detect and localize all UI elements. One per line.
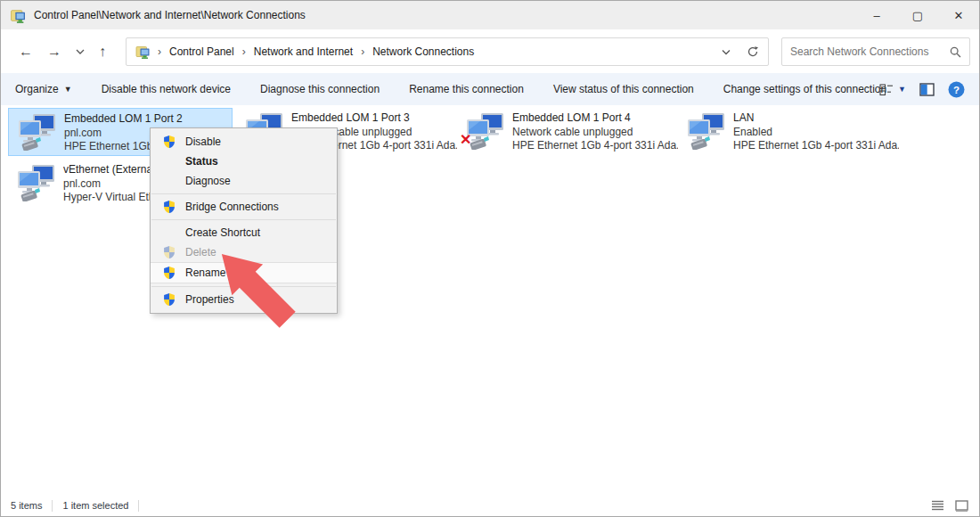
address-bar[interactable]: › Control Panel › Network and Internet ›…	[126, 37, 769, 66]
minimize-button[interactable]: –	[856, 1, 897, 29]
menu-item-label: Diagnose	[185, 175, 231, 187]
menu-item-create-shortcut[interactable]: Create Shortcut	[151, 223, 337, 242]
connection-item-lan[interactable]: LAN Enabled HPE Ethernet 1Gb 4-port 331i…	[678, 108, 902, 156]
menu-item-label: Status	[185, 155, 218, 168]
large-icons-view-icon[interactable]	[955, 500, 968, 512]
menu-separator	[151, 219, 336, 220]
menu-item-diagnose[interactable]: Diagnose	[151, 171, 337, 191]
menu-item-bridge-connections[interactable]: Bridge Connections	[151, 197, 337, 217]
red-pointer-arrow-icon	[212, 244, 317, 333]
disable-device-command[interactable]: Disable this network device	[102, 83, 231, 95]
maximize-button[interactable]: ▢	[897, 1, 938, 29]
forward-icon[interactable]: →	[47, 44, 61, 60]
uac-shield-icon	[162, 135, 176, 149]
toolbar-right-icons: ▼ ?	[879, 73, 965, 105]
window-title: Control Panel\Network and Internet\Netwo…	[34, 9, 306, 21]
command-bar: Organize ▼ Disable this network device D…	[1, 73, 979, 105]
organize-label: Organize	[15, 83, 59, 95]
connection-device: HPE Ethernet 1Gb 4-port 331i Ada...	[512, 139, 678, 153]
disconnected-x-icon: ✕	[460, 133, 471, 147]
connection-text: LAN Enabled HPE Ethernet 1Gb 4-port 331i…	[733, 111, 899, 153]
selection-count: 1 item selected	[53, 500, 139, 512]
menu-item-label: Create Shortcut	[185, 226, 260, 239]
organize-button[interactable]: Organize ▼	[15, 83, 72, 95]
uac-shield-icon	[162, 245, 176, 259]
title-bar: Control Panel\Network and Internet\Netwo…	[1, 1, 979, 29]
breadcrumb-network-and-internet[interactable]: Network and Internet	[254, 45, 353, 58]
search-icon[interactable]	[950, 46, 961, 58]
search-input[interactable]	[790, 45, 950, 58]
uac-shield-icon	[162, 292, 176, 307]
address-dropdown-chevron-icon[interactable]	[722, 49, 731, 55]
menu-item-status[interactable]: Status	[151, 152, 337, 171]
menu-separator	[151, 193, 336, 194]
organize-dropdown-caret-icon: ▼	[64, 85, 72, 94]
network-connections-window: { "window": { "title": "Control Panel\\N…	[0, 0, 980, 517]
uac-shield-icon	[162, 200, 176, 214]
view-status-command[interactable]: View status of this connection	[553, 83, 694, 95]
details-view-icon[interactable]	[931, 500, 944, 511]
network-adapter-icon	[685, 112, 726, 150]
connection-text: Embedded LOM 1 Port 4 Network cable unpl…	[512, 111, 678, 153]
uac-shield-icon	[162, 266, 176, 280]
navigation-bar: ← → ↑ › Control Panel › Network and Inte…	[1, 29, 979, 73]
address-location-icon	[135, 45, 150, 59]
connection-name: LAN	[733, 111, 899, 126]
connection-name: Embedded LOM 1 Port 4	[512, 111, 678, 126]
connections-list: Embedded LOM 1 Port 2 pnl.com HPE Ethern…	[1, 105, 979, 495]
connection-name: Embedded LOM 1 Port 2	[64, 112, 230, 127]
recent-locations-chevron-icon[interactable]	[76, 48, 85, 54]
up-icon[interactable]: ↑	[99, 44, 106, 60]
back-icon[interactable]: ←	[19, 44, 33, 60]
window-controls: – ▢ ✕	[856, 1, 979, 29]
menu-item-disable[interactable]: Disable	[151, 132, 337, 152]
network-adapter-icon	[16, 113, 57, 151]
change-view-button[interactable]: ▼	[879, 83, 906, 96]
search-box[interactable]	[781, 37, 970, 66]
preview-pane-icon[interactable]	[919, 83, 935, 96]
breadcrumb-control-panel[interactable]: Control Panel	[169, 45, 234, 58]
status-view-buttons	[931, 495, 968, 516]
connection-item-embedded-lom-1-port-4[interactable]: ✕ Embedded LOM 1 Port 4 Network cable un…	[457, 108, 682, 156]
connection-device: HPE Ethernet 1Gb 4-port 331i Ada...	[733, 139, 899, 153]
network-adapter-icon	[15, 164, 56, 201]
change-settings-command[interactable]: Change settings of this connection	[723, 83, 886, 95]
connection-status: Network cable unplugged	[512, 126, 678, 140]
view-options-caret-icon: ▼	[898, 85, 906, 94]
breadcrumb-separator-icon: ›	[158, 45, 161, 58]
menu-item-label: Disable	[185, 135, 221, 148]
diagnose-connection-command[interactable]: Diagnose this connection	[260, 83, 380, 95]
help-icon[interactable]: ?	[948, 81, 965, 98]
status-bar: 5 items 1 item selected	[1, 495, 979, 516]
svg-text:?: ?	[953, 84, 960, 94]
connection-name: Embedded LOM 1 Port 3	[291, 111, 457, 126]
items-count: 5 items	[1, 500, 53, 512]
breadcrumb-network-connections[interactable]: Network Connections	[372, 45, 474, 58]
network-connections-icon	[10, 8, 26, 23]
rename-connection-command[interactable]: Rename this connection	[409, 83, 524, 95]
close-button[interactable]: ✕	[938, 1, 979, 29]
connection-status: Enabled	[733, 126, 899, 140]
breadcrumb-separator-icon: ›	[361, 45, 364, 58]
refresh-icon[interactable]	[747, 45, 759, 58]
breadcrumb-separator-icon: ›	[242, 45, 246, 58]
view-options-icon	[879, 83, 894, 96]
menu-item-label: Bridge Connections	[185, 201, 279, 213]
